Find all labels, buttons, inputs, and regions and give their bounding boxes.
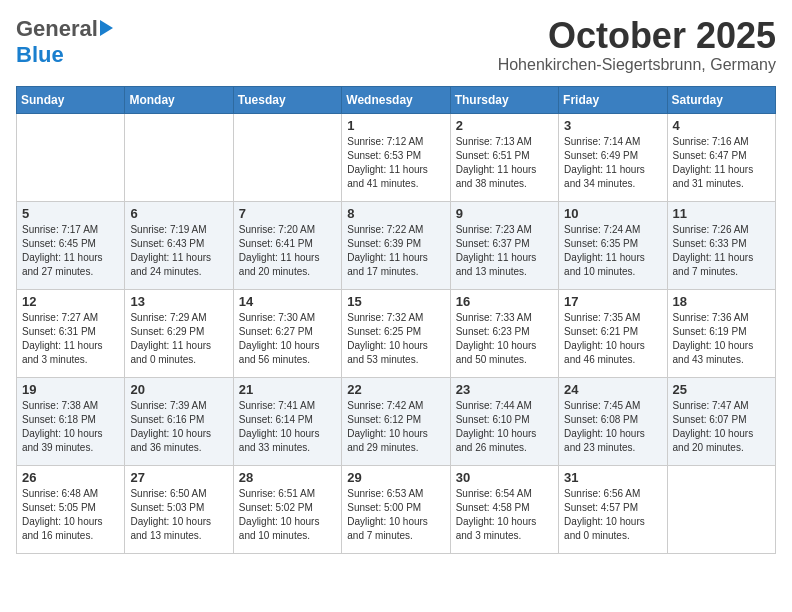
calendar-week-row: 5Sunrise: 7:17 AM Sunset: 6:45 PM Daylig… — [17, 201, 776, 289]
calendar-week-row: 1Sunrise: 7:12 AM Sunset: 6:53 PM Daylig… — [17, 113, 776, 201]
calendar-week-row: 26Sunrise: 6:48 AM Sunset: 5:05 PM Dayli… — [17, 465, 776, 553]
day-info: Sunrise: 6:54 AM Sunset: 4:58 PM Dayligh… — [456, 487, 553, 543]
logo-general: General — [16, 16, 98, 42]
day-number: 1 — [347, 118, 444, 133]
calendar-cell: 9Sunrise: 7:23 AM Sunset: 6:37 PM Daylig… — [450, 201, 558, 289]
calendar-cell: 31Sunrise: 6:56 AM Sunset: 4:57 PM Dayli… — [559, 465, 667, 553]
day-number: 25 — [673, 382, 770, 397]
calendar-cell: 18Sunrise: 7:36 AM Sunset: 6:19 PM Dayli… — [667, 289, 775, 377]
logo-arrow-icon — [100, 20, 113, 36]
calendar-cell: 19Sunrise: 7:38 AM Sunset: 6:18 PM Dayli… — [17, 377, 125, 465]
day-info: Sunrise: 7:19 AM Sunset: 6:43 PM Dayligh… — [130, 223, 227, 279]
day-info: Sunrise: 7:38 AM Sunset: 6:18 PM Dayligh… — [22, 399, 119, 455]
day-info: Sunrise: 6:51 AM Sunset: 5:02 PM Dayligh… — [239, 487, 336, 543]
calendar-cell: 30Sunrise: 6:54 AM Sunset: 4:58 PM Dayli… — [450, 465, 558, 553]
day-info: Sunrise: 7:33 AM Sunset: 6:23 PM Dayligh… — [456, 311, 553, 367]
calendar-cell: 3Sunrise: 7:14 AM Sunset: 6:49 PM Daylig… — [559, 113, 667, 201]
day-number: 16 — [456, 294, 553, 309]
weekday-header-sunday: Sunday — [17, 86, 125, 113]
calendar-cell: 22Sunrise: 7:42 AM Sunset: 6:12 PM Dayli… — [342, 377, 450, 465]
day-info: Sunrise: 6:53 AM Sunset: 5:00 PM Dayligh… — [347, 487, 444, 543]
day-info: Sunrise: 7:12 AM Sunset: 6:53 PM Dayligh… — [347, 135, 444, 191]
day-info: Sunrise: 7:13 AM Sunset: 6:51 PM Dayligh… — [456, 135, 553, 191]
day-info: Sunrise: 7:42 AM Sunset: 6:12 PM Dayligh… — [347, 399, 444, 455]
weekday-header-row: SundayMondayTuesdayWednesdayThursdayFrid… — [17, 86, 776, 113]
day-number: 31 — [564, 470, 661, 485]
day-number: 2 — [456, 118, 553, 133]
day-info: Sunrise: 7:27 AM Sunset: 6:31 PM Dayligh… — [22, 311, 119, 367]
day-number: 17 — [564, 294, 661, 309]
day-info: Sunrise: 6:48 AM Sunset: 5:05 PM Dayligh… — [22, 487, 119, 543]
weekday-header-thursday: Thursday — [450, 86, 558, 113]
calendar-cell: 26Sunrise: 6:48 AM Sunset: 5:05 PM Dayli… — [17, 465, 125, 553]
day-number: 26 — [22, 470, 119, 485]
calendar-week-row: 19Sunrise: 7:38 AM Sunset: 6:18 PM Dayli… — [17, 377, 776, 465]
day-number: 12 — [22, 294, 119, 309]
weekday-header-wednesday: Wednesday — [342, 86, 450, 113]
day-info: Sunrise: 6:56 AM Sunset: 4:57 PM Dayligh… — [564, 487, 661, 543]
day-number: 9 — [456, 206, 553, 221]
calendar-cell: 1Sunrise: 7:12 AM Sunset: 6:53 PM Daylig… — [342, 113, 450, 201]
day-number: 24 — [564, 382, 661, 397]
day-number: 13 — [130, 294, 227, 309]
calendar-cell: 20Sunrise: 7:39 AM Sunset: 6:16 PM Dayli… — [125, 377, 233, 465]
logo: General Blue — [16, 16, 113, 68]
calendar-cell — [125, 113, 233, 201]
day-number: 28 — [239, 470, 336, 485]
day-info: Sunrise: 6:50 AM Sunset: 5:03 PM Dayligh… — [130, 487, 227, 543]
day-number: 4 — [673, 118, 770, 133]
calendar-cell: 24Sunrise: 7:45 AM Sunset: 6:08 PM Dayli… — [559, 377, 667, 465]
calendar-cell — [17, 113, 125, 201]
day-info: Sunrise: 7:26 AM Sunset: 6:33 PM Dayligh… — [673, 223, 770, 279]
day-number: 7 — [239, 206, 336, 221]
weekday-header-monday: Monday — [125, 86, 233, 113]
day-number: 18 — [673, 294, 770, 309]
page-header: General Blue October 2025 Hohenkirchen-S… — [16, 16, 776, 74]
calendar-cell: 7Sunrise: 7:20 AM Sunset: 6:41 PM Daylig… — [233, 201, 341, 289]
month-title: October 2025 — [498, 16, 776, 56]
calendar-table: SundayMondayTuesdayWednesdayThursdayFrid… — [16, 86, 776, 554]
day-number: 8 — [347, 206, 444, 221]
weekday-header-tuesday: Tuesday — [233, 86, 341, 113]
day-info: Sunrise: 7:17 AM Sunset: 6:45 PM Dayligh… — [22, 223, 119, 279]
day-number: 6 — [130, 206, 227, 221]
day-info: Sunrise: 7:14 AM Sunset: 6:49 PM Dayligh… — [564, 135, 661, 191]
day-info: Sunrise: 7:41 AM Sunset: 6:14 PM Dayligh… — [239, 399, 336, 455]
weekday-header-friday: Friday — [559, 86, 667, 113]
day-number: 27 — [130, 470, 227, 485]
day-number: 3 — [564, 118, 661, 133]
day-info: Sunrise: 7:32 AM Sunset: 6:25 PM Dayligh… — [347, 311, 444, 367]
calendar-cell: 6Sunrise: 7:19 AM Sunset: 6:43 PM Daylig… — [125, 201, 233, 289]
calendar-cell: 15Sunrise: 7:32 AM Sunset: 6:25 PM Dayli… — [342, 289, 450, 377]
day-info: Sunrise: 7:24 AM Sunset: 6:35 PM Dayligh… — [564, 223, 661, 279]
day-info: Sunrise: 7:29 AM Sunset: 6:29 PM Dayligh… — [130, 311, 227, 367]
day-number: 14 — [239, 294, 336, 309]
calendar-cell: 5Sunrise: 7:17 AM Sunset: 6:45 PM Daylig… — [17, 201, 125, 289]
calendar-cell: 4Sunrise: 7:16 AM Sunset: 6:47 PM Daylig… — [667, 113, 775, 201]
calendar-cell — [667, 465, 775, 553]
calendar-cell: 17Sunrise: 7:35 AM Sunset: 6:21 PM Dayli… — [559, 289, 667, 377]
calendar-cell: 16Sunrise: 7:33 AM Sunset: 6:23 PM Dayli… — [450, 289, 558, 377]
calendar-cell: 2Sunrise: 7:13 AM Sunset: 6:51 PM Daylig… — [450, 113, 558, 201]
day-number: 23 — [456, 382, 553, 397]
day-number: 22 — [347, 382, 444, 397]
day-info: Sunrise: 7:30 AM Sunset: 6:27 PM Dayligh… — [239, 311, 336, 367]
day-number: 29 — [347, 470, 444, 485]
day-number: 11 — [673, 206, 770, 221]
location-title: Hohenkirchen-Siegertsbrunn, Germany — [498, 56, 776, 74]
day-info: Sunrise: 7:16 AM Sunset: 6:47 PM Dayligh… — [673, 135, 770, 191]
day-info: Sunrise: 7:47 AM Sunset: 6:07 PM Dayligh… — [673, 399, 770, 455]
calendar-week-row: 12Sunrise: 7:27 AM Sunset: 6:31 PM Dayli… — [17, 289, 776, 377]
day-number: 20 — [130, 382, 227, 397]
title-block: October 2025 Hohenkirchen-Siegertsbrunn,… — [498, 16, 776, 74]
day-info: Sunrise: 7:36 AM Sunset: 6:19 PM Dayligh… — [673, 311, 770, 367]
calendar-cell: 27Sunrise: 6:50 AM Sunset: 5:03 PM Dayli… — [125, 465, 233, 553]
calendar-cell: 8Sunrise: 7:22 AM Sunset: 6:39 PM Daylig… — [342, 201, 450, 289]
calendar-cell: 23Sunrise: 7:44 AM Sunset: 6:10 PM Dayli… — [450, 377, 558, 465]
calendar-cell: 12Sunrise: 7:27 AM Sunset: 6:31 PM Dayli… — [17, 289, 125, 377]
calendar-cell: 25Sunrise: 7:47 AM Sunset: 6:07 PM Dayli… — [667, 377, 775, 465]
day-info: Sunrise: 7:22 AM Sunset: 6:39 PM Dayligh… — [347, 223, 444, 279]
day-number: 15 — [347, 294, 444, 309]
calendar-cell: 21Sunrise: 7:41 AM Sunset: 6:14 PM Dayli… — [233, 377, 341, 465]
day-number: 21 — [239, 382, 336, 397]
